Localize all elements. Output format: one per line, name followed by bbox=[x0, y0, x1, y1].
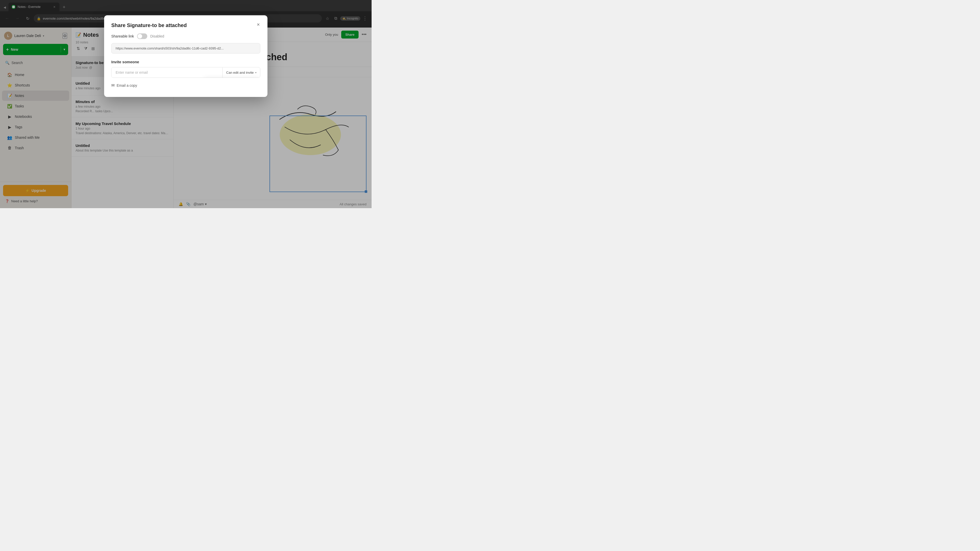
shareable-link-label: Shareable link bbox=[111, 34, 134, 38]
modal-overlay[interactable]: Share Signature-to be attached × Shareab… bbox=[0, 0, 372, 208]
permission-dropdown[interactable]: Can edit and invite ▾ bbox=[222, 68, 260, 78]
permission-label: Can edit and invite bbox=[226, 71, 254, 75]
permission-dropdown-menu: ✓ Can edit and invite Can edit Can view bbox=[204, 78, 260, 78]
shareable-link-row: Shareable link Disabled bbox=[111, 33, 260, 39]
dropdown-arrow-icon: ▾ bbox=[255, 71, 256, 74]
modal-close-button[interactable]: × bbox=[254, 21, 262, 29]
toggle-knob bbox=[138, 34, 142, 38]
invite-row: Can edit and invite ▾ ✓ Can edit and inv… bbox=[111, 67, 260, 78]
email-copy-label: Email a copy bbox=[117, 83, 137, 87]
invite-section-title: Invite someone bbox=[111, 60, 260, 64]
invite-input[interactable] bbox=[111, 67, 222, 78]
share-link-box[interactable]: https://www.evernote.com/shard/s503/sh/9… bbox=[111, 43, 260, 54]
modal-title: Share Signature-to be attached bbox=[111, 22, 260, 28]
email-copy-button[interactable]: ✉ Email a copy bbox=[111, 81, 137, 90]
shareable-link-toggle[interactable] bbox=[137, 33, 147, 39]
toggle-label: Disabled bbox=[150, 34, 164, 38]
email-icon: ✉ bbox=[111, 83, 115, 88]
share-modal: Share Signature-to be attached × Shareab… bbox=[104, 15, 267, 97]
